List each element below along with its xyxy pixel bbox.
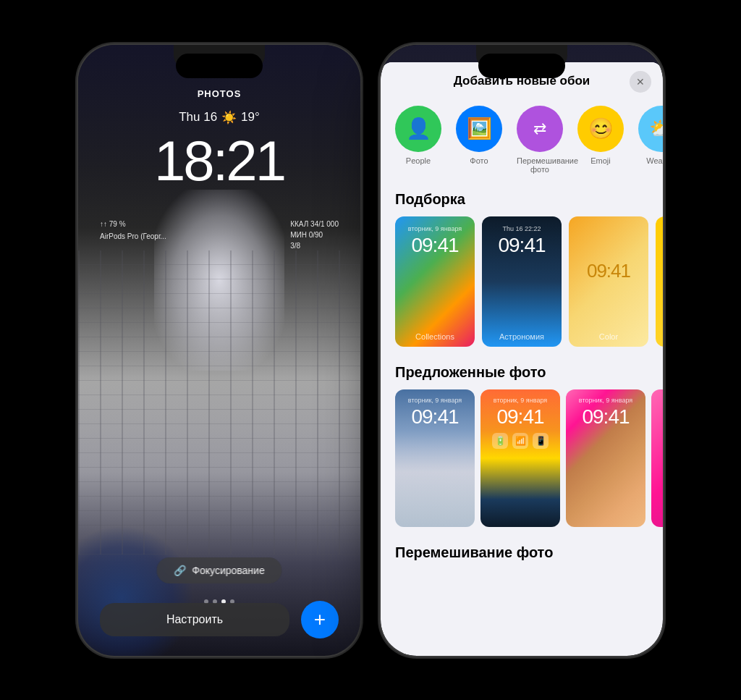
temperature: 19° bbox=[241, 110, 260, 125]
lock-screen: PHOTOS Thu 16 ☀️ 19° 18:21 ↑↑ 79 % AirPo… bbox=[78, 45, 360, 656]
emoji-thumb-content: 😊😂🔥💙🌈⭐🎉🍕 bbox=[661, 227, 663, 337]
calories-widget: ККАЛ 34/1 000 bbox=[290, 219, 339, 229]
sunset-date: вторник, 9 января bbox=[480, 397, 560, 404]
sun-icon: ☀️ bbox=[221, 110, 237, 125]
suggested-city[interactable]: вторник, 9 января 09:41 bbox=[395, 389, 475, 527]
people-icon: 👤 bbox=[406, 117, 431, 140]
category-emoji[interactable]: 😊 Emoji bbox=[577, 106, 624, 174]
app-title: PHOTOS bbox=[78, 88, 360, 99]
collections-time: 09:41 bbox=[395, 234, 475, 257]
minutes-text: МИН 0/90 bbox=[290, 229, 323, 240]
minutes-widget: МИН 0/90 bbox=[290, 229, 339, 240]
category-photo[interactable]: 🖼️ Фото bbox=[456, 106, 502, 174]
astronomy-label: Астрономия bbox=[482, 332, 562, 341]
date-text: Thu 16 bbox=[179, 110, 217, 125]
shuffle-section-title: Перемешивание фото bbox=[381, 539, 663, 570]
sunset-time: 09:41 bbox=[480, 405, 560, 429]
iphone-left: PHOTOS Thu 16 ☀️ 19° 18:21 ↑↑ 79 % AirPo… bbox=[78, 45, 360, 656]
calories-text: ККАЛ 34/1 000 bbox=[290, 219, 339, 229]
category-weather[interactable]: ⛅ Weather bbox=[638, 106, 663, 174]
sunset-icons: 🔋 📶 📱 bbox=[480, 433, 560, 449]
wallpaper-emoji[interactable]: 😊😂🔥💙🌈⭐🎉🍕 bbox=[656, 216, 663, 347]
icon-dot-1: 🔋 bbox=[492, 433, 508, 449]
dynamic-island-right bbox=[478, 54, 565, 78]
iphone-right: Добавить новые обои ✕ 👤 People � bbox=[381, 45, 663, 656]
wallpaper-picker-screen: Добавить новые обои ✕ 👤 People � bbox=[381, 45, 663, 656]
airpods-widget: AirPods Pro (Георг... bbox=[100, 231, 166, 242]
weather-icon: ⛅ bbox=[649, 117, 664, 140]
weather-label: Weather bbox=[646, 156, 663, 165]
building-pattern bbox=[78, 250, 360, 554]
link-icon: 🔗 bbox=[174, 565, 186, 576]
shuffle-icon-bg: ⇄ bbox=[517, 106, 563, 152]
city-time: 09:41 bbox=[395, 405, 475, 429]
emoji-icon: 😊 bbox=[588, 117, 614, 140]
sheet-close-button[interactable]: ✕ bbox=[630, 71, 651, 93]
wallpaper-color[interactable]: 09:41 Color bbox=[569, 216, 648, 347]
photo-icon-bg: 🖼️ bbox=[456, 106, 502, 152]
lock-screen-date: Thu 16 ☀️ 19° bbox=[78, 110, 360, 125]
focus-label: Фокусирование bbox=[192, 565, 264, 576]
cat-time: 09:41 bbox=[566, 405, 645, 429]
phones-container: PHOTOS Thu 16 ☀️ 19° 18:21 ↑↑ 79 % AirPo… bbox=[78, 45, 663, 656]
color-time: 09:41 bbox=[569, 260, 648, 282]
wallpaper-astronomy[interactable]: Thu 16 22:22 09:41 Астрономия bbox=[482, 216, 562, 347]
add-wallpaper-sheet[interactable]: Добавить новые обои ✕ 👤 People � bbox=[381, 62, 663, 656]
category-shuffle[interactable]: ⇄ Перемешивание фото bbox=[517, 106, 563, 174]
people-label: People bbox=[406, 156, 431, 165]
weather-icon-bg: ⛅ bbox=[638, 106, 663, 152]
add-wallpaper-button[interactable]: + bbox=[301, 601, 339, 638]
phone1-bottom-bar: Настроить + bbox=[78, 601, 360, 638]
emoji-label: Emoji bbox=[590, 156, 611, 165]
suggested-photos-grid: вторник, 9 января 09:41 вторник, 9 январ… bbox=[381, 389, 663, 539]
astronomy-date: Thu 16 22:22 bbox=[482, 225, 562, 232]
close-icon: ✕ bbox=[636, 76, 645, 88]
astronomy-time: 09:41 bbox=[482, 234, 562, 257]
cat-date: вторник, 9 января bbox=[566, 397, 645, 404]
suggested-section-title: Предложенные фото bbox=[381, 358, 663, 389]
focus-button[interactable]: 🔗 Фокусирование bbox=[156, 557, 281, 583]
emoji-icon-bg: 😊 bbox=[577, 106, 624, 152]
category-people[interactable]: 👤 People bbox=[395, 106, 441, 174]
battery-text: ↑↑ 79 % bbox=[100, 219, 126, 229]
lock-screen-widgets: ↑↑ 79 % AirPods Pro (Георг... ККАЛ 34/1 … bbox=[100, 219, 339, 251]
steps-widget: 3/8 bbox=[290, 240, 339, 251]
shuffle-icon: ⇄ bbox=[533, 119, 546, 138]
featured-section-title: Подборка bbox=[381, 185, 663, 216]
wallpaper-collections[interactable]: вторник, 9 января 09:41 Collections bbox=[395, 216, 475, 347]
icon-dot-2: 📶 bbox=[512, 433, 528, 449]
color-label: Color bbox=[569, 332, 648, 341]
collections-label: Collections bbox=[395, 332, 475, 341]
wallpaper-categories: 👤 People 🖼️ Фото ⇄ Пере bbox=[381, 100, 663, 185]
icon-dot-3: 📱 bbox=[533, 433, 549, 449]
battery-widget: ↑↑ 79 % bbox=[100, 219, 166, 229]
photo-label: Фото bbox=[470, 156, 488, 165]
customize-button[interactable]: Настроить bbox=[100, 603, 289, 636]
widget-left: ↑↑ 79 % AirPods Pro (Георг... bbox=[100, 219, 166, 251]
shuffle-label: Перемешивание фото bbox=[517, 156, 563, 174]
city-date: вторник, 9 января bbox=[395, 397, 475, 404]
steps-text: 3/8 bbox=[290, 240, 300, 251]
people-icon-bg: 👤 bbox=[395, 106, 441, 152]
collections-date: вторник, 9 января bbox=[395, 225, 475, 232]
suggested-pink[interactable] bbox=[651, 389, 663, 527]
plus-icon: + bbox=[314, 608, 326, 631]
suggested-cat[interactable]: вторник, 9 января 09:41 bbox=[566, 389, 645, 527]
airpods-text: AirPods Pro (Георг... bbox=[100, 231, 166, 242]
dynamic-island-left bbox=[176, 54, 263, 78]
photo-icon: 🖼️ bbox=[467, 117, 492, 140]
lock-screen-time: 18:21 bbox=[78, 128, 360, 194]
widget-right: ККАЛ 34/1 000 МИН 0/90 3/8 bbox=[290, 219, 339, 251]
suggested-sunset[interactable]: вторник, 9 января 09:41 🔋 📶 📱 bbox=[480, 389, 560, 527]
featured-wallpapers-grid: вторник, 9 января 09:41 Collections Thu … bbox=[381, 216, 663, 358]
